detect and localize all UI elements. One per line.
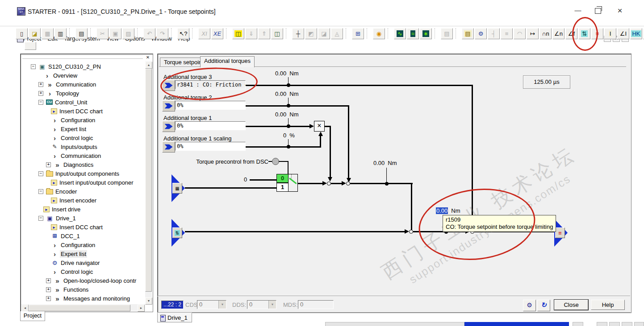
- cds-dropdown[interactable]: 0▼: [197, 300, 226, 309]
- save-and-compile-button[interactable]: ▥: [54, 28, 67, 39]
- taskbar-segment[interactable]: [622, 322, 632, 326]
- panel-close-icon[interactable]: ✕: [145, 55, 151, 60]
- tab-additional-torques[interactable]: Additional torques: [200, 56, 255, 67]
- tree-hscroll-thumb[interactable]: [29, 305, 130, 311]
- selected-value[interactable]: 0.00: [436, 207, 448, 214]
- scroll-up-icon[interactable]: ▲: [145, 62, 152, 69]
- torque-1-value-field[interactable]: 0%: [175, 121, 246, 130]
- torque-3-source-field[interactable]: r3841 : CO: Friction cha: [175, 80, 246, 89]
- tree-item-expert-list[interactable]: ›Expert list: [22, 124, 145, 133]
- torque-limiting-icon[interactable]: ≣: [555, 227, 565, 238]
- tree-item-communication[interactable]: +»Communication: [22, 80, 145, 89]
- hk-characteristic-button[interactable]: HK: [630, 28, 642, 39]
- configure-drive-unit-button[interactable]: ⊞: [352, 28, 364, 39]
- accessible-nodes-button[interactable]: ◫: [232, 28, 244, 39]
- tree-item-s120-cu310-2-pn[interactable]: −▣S120_CU310_2_PN: [22, 62, 145, 71]
- dds-dropdown[interactable]: 0▼: [247, 300, 276, 309]
- tree-item-configuration[interactable]: ›Configuration: [22, 240, 145, 249]
- chevron-down-icon[interactable]: ▼: [268, 301, 276, 309]
- bico-button-torque-1[interactable]: [162, 121, 175, 132]
- restore-button[interactable]: [595, 8, 601, 14]
- ramp-function-i-button[interactable]: ∠I: [617, 28, 629, 39]
- tree-item-topology[interactable]: +›Topology: [22, 89, 145, 98]
- precontrol-source-icon[interactable]: ▦: [172, 183, 182, 194]
- tree-item-insert-drive[interactable]: ▸Insert drive: [22, 205, 145, 214]
- trace-auto-button[interactable]: ∗: [420, 28, 432, 39]
- insert-crossing-button[interactable]: ┼: [292, 28, 304, 39]
- drive-navigator-button[interactable]: ⚙: [523, 300, 536, 311]
- expand-toggle[interactable]: +: [46, 278, 51, 283]
- scroll-right-icon[interactable]: ►: [138, 305, 145, 312]
- tree-item-diagnostics[interactable]: +»Diagnostics: [22, 160, 145, 169]
- new-project-button[interactable]: ▯: [16, 28, 28, 39]
- tree-item-control-logic[interactable]: ›Control logic: [22, 267, 145, 276]
- expand-toggle[interactable]: +: [38, 82, 43, 87]
- mds-field[interactable]: 0: [298, 300, 334, 309]
- tree-item-dcc-1[interactable]: ⊞DCC_1: [22, 231, 145, 240]
- torque-setpoint-screen-button[interactable]: ⇅: [578, 28, 590, 39]
- taskbar-segment-active[interactable]: [464, 322, 569, 326]
- torque-2-value-field[interactable]: 0%: [175, 101, 246, 110]
- panel-grip[interactable]: [22, 55, 143, 59]
- collapse-toggle[interactable]: −: [31, 64, 36, 69]
- tree-item-configuration[interactable]: ›Configuration: [22, 116, 145, 124]
- expert-list-button[interactable]: ▤: [462, 28, 474, 39]
- empty-toolbar-button[interactable]: [25, 42, 36, 50]
- tree-item-communication[interactable]: ›Communication: [22, 151, 145, 160]
- taskbar-segment[interactable]: [634, 322, 644, 326]
- switch-position-1[interactable]: 1: [276, 183, 289, 192]
- chevron-down-icon[interactable]: ▼: [218, 301, 226, 309]
- scroll-down-icon[interactable]: ▼: [145, 297, 152, 305]
- tree-item-drive-navigator[interactable]: ⚙Drive navigator: [22, 258, 145, 267]
- tree-item-control-unit[interactable]: −CUControl_Unit: [22, 98, 145, 107]
- open-project-button[interactable]: ◪: [29, 28, 41, 39]
- tree-item-drive-1[interactable]: −▣Drive_1: [22, 214, 145, 223]
- close-button[interactable]: ×: [615, 6, 624, 16]
- show-accessible-connections-button[interactable]: ◉: [373, 28, 385, 39]
- scroll-left-icon[interactable]: ◄: [21, 305, 29, 312]
- collapse-toggle[interactable]: −: [38, 171, 43, 176]
- tree-item-encoder[interactable]: −Encoder: [22, 187, 145, 196]
- expand-toggle[interactable]: +: [46, 287, 51, 292]
- torque-1-scaling-field[interactable]: 0%: [175, 142, 246, 151]
- close-panel-button[interactable]: Close: [554, 300, 588, 310]
- vf-characteristic-button[interactable]: ∠f: [565, 28, 577, 39]
- taskbar-segment[interactable]: [573, 322, 583, 326]
- collapse-toggle[interactable]: −: [38, 100, 43, 105]
- speed-controller-curve-button[interactable]: ∩n: [539, 28, 552, 39]
- torque-limiting-button[interactable]: ≡: [591, 28, 603, 39]
- expand-toggle[interactable]: +: [46, 296, 51, 301]
- help-button[interactable]: Help: [591, 300, 625, 310]
- tree-item-overview[interactable]: ›Overview: [22, 71, 145, 80]
- tree-item-insert-input-output-componer[interactable]: ▸Insert input/output componer: [22, 178, 145, 187]
- trace-measure-button[interactable]: ≈: [407, 28, 419, 39]
- torque-setpoint-source-icon[interactable]: ⇅: [172, 227, 182, 238]
- project-tab[interactable]: Project: [20, 311, 45, 321]
- connect-drive-button[interactable]: ◫: [271, 28, 283, 39]
- tree-item-control-logic[interactable]: ›Control logic: [22, 133, 145, 142]
- tree-item-insert-dcc-chart[interactable]: ▸Insert DCC chart: [22, 223, 145, 231]
- tree-item-expert-list[interactable]: ›Expert list: [22, 249, 145, 258]
- minimize-button[interactable]: —: [573, 6, 582, 14]
- tree-vscroll-thumb[interactable]: [145, 69, 152, 292]
- print-button[interactable]: ▤: [75, 28, 88, 39]
- tree-item-open-loop-closed-loop-contr[interactable]: +»Open-loop/closed-loop contr: [22, 276, 145, 285]
- bico-button-torque-2[interactable]: [162, 100, 175, 111]
- refresh-button[interactable]: ↻: [537, 300, 550, 311]
- taskbar-segment[interactable]: [597, 322, 607, 326]
- ramp-function-n-button[interactable]: ∠n: [552, 28, 565, 39]
- taskbar-segment[interactable]: [325, 322, 464, 326]
- tree-item-inputs-outputs[interactable]: ✎Inputs/outputs: [22, 142, 145, 151]
- bico-button-torque-3[interactable]: [162, 80, 175, 91]
- tree-item-functions[interactable]: +»Functions: [22, 285, 145, 294]
- drive-1-tab[interactable]: Drive_1: [157, 313, 192, 322]
- drive-navigator-button[interactable]: ⚙: [475, 28, 487, 39]
- collapse-toggle[interactable]: −: [38, 189, 43, 194]
- taskbar-segment[interactable]: [609, 322, 620, 326]
- tree-item-input-output-components[interactable]: −Input/output components: [22, 169, 145, 178]
- dsc-connector-circle[interactable]: [272, 158, 279, 165]
- trace-function-generator-button[interactable]: ∿: [394, 28, 406, 39]
- current-setpoint-button[interactable]: I: [604, 28, 616, 39]
- switch-position-0[interactable]: 0: [276, 174, 289, 183]
- context-help-button[interactable]: ↖?: [177, 28, 189, 39]
